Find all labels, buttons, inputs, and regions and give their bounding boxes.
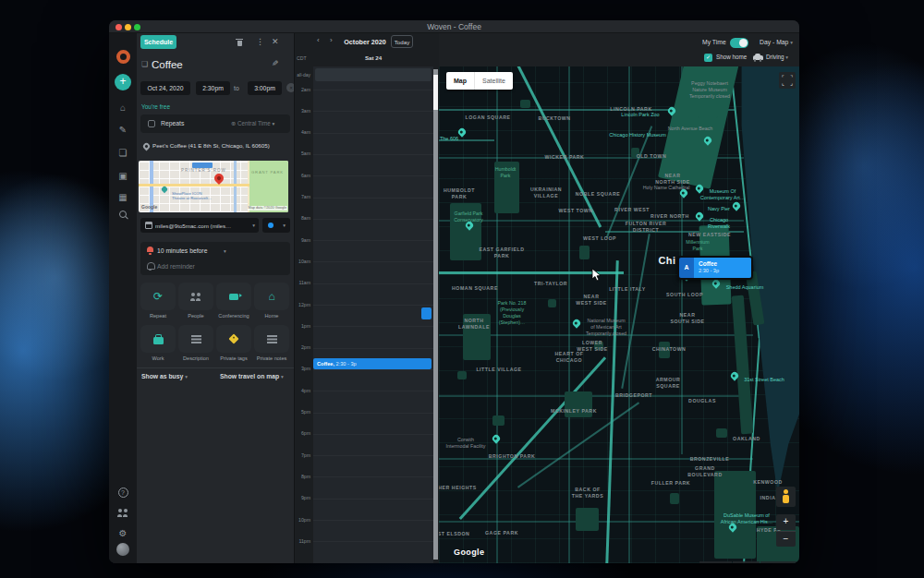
location-pin-icon [142, 142, 152, 151]
map-pin[interactable] [731, 200, 741, 211]
calendar-scrollbar-thumb[interactable] [433, 75, 438, 110]
window-title: Woven - Coffee [109, 22, 799, 31]
location-row[interactable]: Peet's Coffee (41 E 8th St, Chicago, IL … [140, 140, 290, 153]
tag-conferencing[interactable]: Conferencing [216, 283, 251, 319]
map-label: Lincoln Park Zoo [621, 112, 659, 118]
repeats-checkbox[interactable] [148, 120, 155, 127]
hour-gridline [313, 90, 433, 90]
all-day-row[interactable] [315, 68, 432, 81]
prev-day-button[interactable]: ‹ [317, 36, 320, 44]
event-color-dropdown[interactable]: ▾ [262, 218, 290, 233]
tag-home[interactable]: ⌂Home [254, 283, 289, 319]
map-label: NEW EASTSIDE [688, 232, 731, 238]
map-canvas[interactable]: LOGAN SQUAREBUCKTOWNLINCOLN PARKWICKER P… [439, 66, 799, 563]
today-button[interactable]: Today [391, 35, 413, 48]
map-label: DuSable Museum of African American His… [721, 512, 773, 525]
map-label: The 606 [440, 136, 458, 142]
timezone-dropdown[interactable]: ⊕ Central Time ▾ [231, 120, 274, 126]
reminder-box: 10 minutes before ▾ Add reminder [140, 242, 290, 275]
reminder-dropdown[interactable]: 10 minutes before [157, 247, 207, 254]
start-time-field[interactable]: 2:30pm [196, 81, 230, 95]
hour-gridline [313, 455, 433, 456]
hour-label: 7am [295, 194, 310, 199]
more-options-button[interactable]: ⋮ [256, 38, 264, 46]
thumb-google-logo: Google [141, 204, 157, 210]
map-tab[interactable]: Map [446, 72, 474, 90]
tag-work[interactable]: Work [140, 325, 176, 361]
fullscreen-button[interactable]: ⌜⌝ ⌞⌟ [779, 72, 796, 89]
map-label: HEART OF CHICAGO [555, 351, 584, 364]
map-label: NEAR WEST SIDE [576, 294, 606, 307]
end-time-field[interactable]: 3:00pm [248, 81, 282, 95]
event-title[interactable]: Coffee [152, 59, 183, 70]
popup-time: 2:30 - 3p [699, 268, 751, 273]
hour-label: 11am [295, 280, 310, 285]
next-day-button[interactable]: › [330, 36, 333, 44]
map-data-link[interactable]: Map data ©2020 [699, 561, 732, 563]
add-reminder-bell-icon [146, 262, 154, 271]
hour-gridline [313, 434, 433, 435]
woven-logo[interactable] [109, 50, 137, 67]
tag-private-tags[interactable]: Private tags [216, 325, 251, 361]
add-button[interactable]: + [109, 72, 137, 90]
event-panel: Schedule ⋮ ✕ ❏ Coffee ✎ Oct 24, 2020 2:3… [137, 33, 294, 563]
tag-people[interactable]: People [178, 283, 213, 319]
hour-label: 1pm [295, 323, 310, 329]
report-error-link[interactable]: Report a map error [760, 561, 796, 563]
close-panel-button[interactable]: ✕ [272, 38, 279, 46]
people-icon[interactable] [109, 504, 137, 521]
map-label: EST ELSDON [439, 531, 469, 537]
show-home-checkbox[interactable]: ✓ [704, 54, 712, 62]
zoom-in-button[interactable]: + [776, 514, 796, 530]
calendar-scrollbar[interactable] [433, 69, 438, 560]
map-label: INDIA [760, 495, 776, 501]
schedule-icon[interactable]: ▣ [109, 166, 137, 183]
thumb-theatre-pin [161, 186, 168, 193]
satellite-tab[interactable]: Satellite [474, 72, 513, 90]
terms-link[interactable]: Terms of Use [733, 561, 760, 563]
hour-label: 8pm [295, 474, 310, 479]
user-avatar[interactable] [109, 543, 137, 560]
help-icon[interactable]: ? [109, 482, 137, 499]
map-label: LINCOLN PARK [610, 106, 651, 113]
map-pin[interactable] [571, 318, 581, 328]
map-label: North Avenue Beach [668, 126, 713, 132]
map-label: NOBLE SQUARE [576, 191, 620, 198]
tag-repeat[interactable]: ⟳Repeat [140, 283, 176, 319]
view-mode-dropdown[interactable]: Day - Map ▾ [760, 39, 793, 45]
map-label: BUCKTOWN [538, 115, 570, 122]
tag-description[interactable]: Description [178, 325, 213, 361]
search-icon[interactable] [109, 207, 137, 223]
map-event-popup[interactable]: A Coffee 2:30 - 3p [677, 256, 753, 280]
map-label: Chicago Riverwalk [708, 217, 730, 230]
settings-icon[interactable]: ⚙ [109, 524, 137, 540]
thumb-red-pin [213, 172, 225, 185]
show-as-busy-dropdown[interactable]: Show as busy ▾ [141, 373, 188, 379]
hour-label: 9am [295, 237, 310, 243]
date-field[interactable]: Oct 24, 2020 [140, 81, 190, 95]
show-travel-dropdown[interactable]: Show travel on map ▾ [220, 373, 284, 379]
zoom-out-button[interactable]: − [776, 531, 796, 547]
map-label: UKRAINIAN VILLAGE [530, 187, 562, 199]
location-map-thumbnail[interactable]: PRINTER'S ROW GRANT PARK ShowPlace ICON … [139, 161, 288, 212]
compose-icon[interactable]: ✎ [109, 120, 137, 137]
day-column[interactable] [313, 66, 433, 563]
home-icon[interactable]: ⌂ [109, 98, 137, 114]
templates-icon[interactable]: ❏ [109, 143, 137, 160]
calendar-account-dropdown[interactable]: miles@9to5mac.com (miles… ▾ [140, 218, 259, 233]
analytics-icon[interactable]: ▦ [109, 187, 137, 204]
my-time-toggle[interactable] [730, 38, 748, 48]
calendar-event-coffee[interactable]: Coffee, 2:30 - 3p [313, 358, 432, 369]
hour-label: 8am [295, 215, 310, 221]
pegman-control[interactable] [776, 487, 796, 507]
map-label: ARMOUR SQUARE [656, 377, 681, 390]
schedule-button[interactable]: Schedule [140, 35, 176, 49]
edit-title-icon[interactable]: ✎ [272, 59, 279, 68]
mini-event-chip[interactable] [421, 307, 432, 319]
delete-event-button[interactable] [236, 38, 243, 48]
map-pin[interactable] [491, 433, 501, 443]
travel-mode-dropdown[interactable]: Driving ▾ [766, 54, 788, 60]
add-reminder-button[interactable]: Add reminder [157, 263, 195, 270]
tag-private-notes[interactable]: Private notes [254, 325, 289, 361]
mouse-cursor [591, 268, 602, 286]
